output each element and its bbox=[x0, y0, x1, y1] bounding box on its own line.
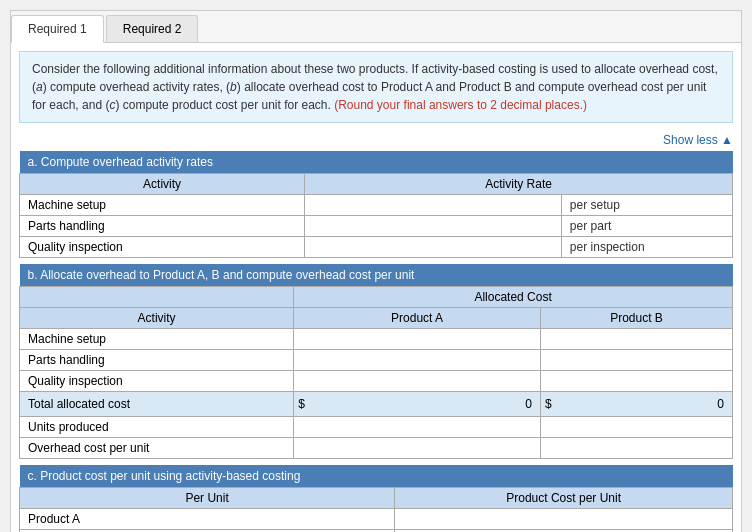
b-overhead-cost-per-unit-label: Overhead cost per unit bbox=[20, 438, 294, 459]
c-product-a-input[interactable] bbox=[395, 509, 732, 529]
b-units-produced-b-cell bbox=[541, 417, 733, 438]
b-parts-handling-b-input[interactable] bbox=[541, 350, 732, 370]
section-c-col1-header: Per Unit bbox=[20, 488, 395, 509]
section-a-header: a. Compute overhead activity rates bbox=[20, 151, 733, 174]
section-b-col2-header: Product A bbox=[294, 308, 541, 329]
unit-machine-setup: per setup bbox=[561, 195, 732, 216]
rate-parts-handling-input[interactable] bbox=[305, 216, 561, 236]
table-row: Machine setup per setup bbox=[20, 195, 733, 216]
rate-machine-setup-input[interactable] bbox=[305, 195, 561, 215]
b-quality-inspection-label: Quality inspection bbox=[20, 371, 294, 392]
b-overhead-cost-per-unit-b-input[interactable] bbox=[541, 438, 732, 458]
c-product-a-label: Product A bbox=[20, 509, 395, 530]
b-total-b-input[interactable] bbox=[556, 394, 728, 414]
c-product-a-input-cell bbox=[395, 509, 733, 530]
table-row: Quality inspection per inspection bbox=[20, 237, 733, 258]
b-parts-handling-label: Parts handling bbox=[20, 350, 294, 371]
b-machine-setup-a-cell bbox=[294, 329, 541, 350]
tab-required-1[interactable]: Required 1 bbox=[11, 15, 104, 43]
b-units-produced-b-input[interactable] bbox=[541, 417, 732, 437]
b-quality-inspection-a-cell bbox=[294, 371, 541, 392]
total-allocated-cost-row: Total allocated cost $ $ bbox=[20, 392, 733, 417]
section-b-col1-header: Activity bbox=[20, 308, 294, 329]
rate-parts-handling-input-cell bbox=[305, 216, 562, 237]
b-overhead-cost-per-unit-b-cell bbox=[541, 438, 733, 459]
table-row: Quality inspection bbox=[20, 371, 733, 392]
b-overhead-cost-per-unit-a-input[interactable] bbox=[294, 438, 540, 458]
table-row: Machine setup bbox=[20, 329, 733, 350]
section-c-col2-header: Product Cost per Unit bbox=[395, 488, 733, 509]
section-c-header: c. Product cost per unit using activity-… bbox=[20, 465, 733, 488]
table-row: Units produced bbox=[20, 417, 733, 438]
show-less-button[interactable]: Show less ▲ bbox=[11, 131, 741, 151]
tab-required-2[interactable]: Required 2 bbox=[106, 15, 199, 42]
table-row: Parts handling per part bbox=[20, 216, 733, 237]
b-machine-setup-b-input[interactable] bbox=[541, 329, 732, 349]
unit-quality-inspection: per inspection bbox=[561, 237, 732, 258]
section-b-spacer bbox=[20, 287, 294, 308]
allocated-cost-header: Allocated Cost bbox=[294, 287, 733, 308]
section-b-table: b. Allocate overhead to Product A, B and… bbox=[19, 264, 733, 459]
table-row: Parts handling bbox=[20, 350, 733, 371]
tabs-container: Required 1 Required 2 bbox=[11, 11, 741, 43]
rate-quality-inspection-input[interactable] bbox=[305, 237, 561, 257]
table-row: Product A bbox=[20, 509, 733, 530]
rate-quality-inspection-input-cell bbox=[305, 237, 562, 258]
b-total-a-input[interactable] bbox=[309, 394, 536, 414]
dollar-sign-b: $ bbox=[545, 397, 552, 411]
b-quality-inspection-b-cell bbox=[541, 371, 733, 392]
activity-parts-handling: Parts handling bbox=[20, 216, 305, 237]
b-machine-setup-a-input[interactable] bbox=[294, 329, 540, 349]
b-parts-handling-a-cell bbox=[294, 350, 541, 371]
section-a-col2-header: Activity Rate bbox=[305, 174, 733, 195]
section-b-col3-header: Product B bbox=[541, 308, 733, 329]
b-total-b-cell: $ bbox=[541, 392, 733, 417]
b-machine-setup-label: Machine setup bbox=[20, 329, 294, 350]
b-quality-inspection-b-input[interactable] bbox=[541, 371, 732, 391]
activity-quality-inspection: Quality inspection bbox=[20, 237, 305, 258]
unit-parts-handling: per part bbox=[561, 216, 732, 237]
instructions-text: Consider the following additional inform… bbox=[32, 62, 718, 112]
b-parts-handling-b-cell bbox=[541, 350, 733, 371]
b-machine-setup-b-cell bbox=[541, 329, 733, 350]
dollar-sign-a: $ bbox=[298, 397, 305, 411]
b-units-produced-label: Units produced bbox=[20, 417, 294, 438]
b-units-produced-a-cell bbox=[294, 417, 541, 438]
section-a-col1-header: Activity bbox=[20, 174, 305, 195]
b-overhead-cost-per-unit-a-cell bbox=[294, 438, 541, 459]
round-note: (Round your final answers to 2 decimal p… bbox=[334, 98, 587, 112]
main-content: a. Compute overhead activity rates Activ… bbox=[11, 151, 741, 532]
b-total-a-cell: $ bbox=[294, 392, 541, 417]
section-b-header: b. Allocate overhead to Product A, B and… bbox=[20, 264, 733, 287]
section-c-table: c. Product cost per unit using activity-… bbox=[19, 465, 733, 532]
b-units-produced-a-input[interactable] bbox=[294, 417, 540, 437]
rate-machine-setup-input-cell bbox=[305, 195, 562, 216]
instructions-box: Consider the following additional inform… bbox=[19, 51, 733, 123]
activity-machine-setup: Machine setup bbox=[20, 195, 305, 216]
b-parts-handling-a-input[interactable] bbox=[294, 350, 540, 370]
table-row: Overhead cost per unit bbox=[20, 438, 733, 459]
section-a-table: a. Compute overhead activity rates Activ… bbox=[19, 151, 733, 258]
b-total-label: Total allocated cost bbox=[20, 392, 294, 417]
b-quality-inspection-a-input[interactable] bbox=[294, 371, 540, 391]
